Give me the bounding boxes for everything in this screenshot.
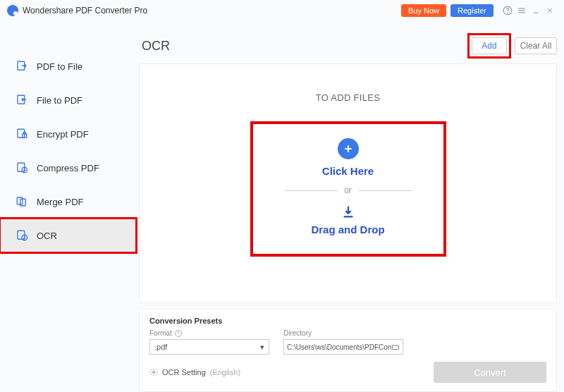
help-hint-icon[interactable]: ? bbox=[175, 330, 182, 337]
sidebar-item-compress-pdf[interactable]: Compress PDF bbox=[0, 151, 136, 185]
drop-area[interactable]: TO ADD FILES Click Here or Drag and Drop bbox=[139, 63, 557, 303]
format-value: .pdf bbox=[154, 343, 167, 351]
folder-icon[interactable] bbox=[391, 343, 400, 351]
directory-value: C:\Users\ws\Documents\PDFConvert bbox=[287, 343, 391, 351]
sidebar: PDF to File File to PDF Encrypt PDF Comp… bbox=[0, 21, 136, 392]
page-title: OCR bbox=[139, 39, 470, 54]
minimize-icon[interactable] bbox=[529, 4, 543, 18]
help-icon[interactable] bbox=[501, 4, 515, 18]
sidebar-item-label: Compress PDF bbox=[37, 163, 99, 173]
pdf-to-file-icon bbox=[16, 60, 28, 73]
presets-title: Conversion Presets bbox=[149, 317, 546, 325]
ocr-icon: A bbox=[16, 229, 28, 242]
sidebar-item-encrypt-pdf[interactable]: Encrypt PDF bbox=[0, 117, 136, 151]
sidebar-item-label: Encrypt PDF bbox=[37, 129, 89, 140]
chevron-down-icon: ▾ bbox=[260, 343, 264, 352]
svg-point-1 bbox=[508, 13, 508, 13]
or-divider: or bbox=[285, 185, 412, 195]
add-button-highlight: Add bbox=[470, 35, 509, 56]
svg-point-21 bbox=[153, 372, 155, 374]
content-area: OCR Add Clear All TO ADD FILES Click Her… bbox=[136, 21, 564, 392]
svg-rect-14 bbox=[17, 197, 23, 204]
register-button[interactable]: Register bbox=[450, 4, 494, 17]
menu-icon[interactable] bbox=[515, 4, 529, 18]
format-select[interactable]: .pdf ▾ bbox=[149, 339, 269, 355]
compress-pdf-icon bbox=[16, 161, 28, 174]
download-icon bbox=[341, 204, 356, 219]
titlebar: Wondershare PDF Converter Pro Buy Now Re… bbox=[0, 0, 564, 21]
ocr-language: (English) bbox=[210, 368, 240, 376]
sidebar-item-merge-pdf[interactable]: Merge PDF bbox=[0, 185, 136, 219]
svg-rect-15 bbox=[20, 199, 26, 206]
merge-pdf-icon bbox=[16, 195, 28, 208]
sidebar-item-label: PDF to File bbox=[37, 61, 82, 72]
app-title: Wondershare PDF Converter Pro bbox=[23, 6, 147, 16]
convert-button[interactable]: Convert bbox=[434, 362, 546, 383]
or-label: or bbox=[344, 185, 352, 195]
sidebar-item-ocr[interactable]: A OCR bbox=[0, 219, 136, 252]
drag-drop-text: Drag and Drop bbox=[311, 223, 384, 235]
sidebar-item-label: OCR bbox=[37, 231, 57, 241]
app-logo-icon bbox=[7, 5, 18, 16]
sidebar-item-file-to-pdf[interactable]: File to PDF bbox=[0, 83, 136, 117]
sidebar-item-label: Merge PDF bbox=[37, 197, 83, 207]
format-label: Format? bbox=[149, 329, 269, 337]
ocr-setting-link[interactable]: OCR Setting bbox=[162, 368, 206, 376]
gear-icon[interactable] bbox=[149, 368, 158, 376]
add-button[interactable]: Add bbox=[472, 37, 507, 54]
sidebar-item-pdf-to-file[interactable]: PDF to File bbox=[0, 49, 136, 83]
svg-text:A: A bbox=[23, 235, 26, 240]
drop-heading: TO ADD FILES bbox=[316, 92, 381, 103]
close-icon[interactable] bbox=[543, 4, 557, 18]
sidebar-item-label: File to PDF bbox=[37, 95, 82, 106]
click-here-text[interactable]: Click Here bbox=[322, 165, 374, 177]
directory-label: Directory bbox=[283, 329, 403, 337]
drop-box-highlight[interactable]: Click Here or Drag and Drop bbox=[253, 124, 443, 254]
presets-panel: Conversion Presets Format? .pdf ▾ Direct… bbox=[139, 309, 557, 392]
buy-now-button[interactable]: Buy Now bbox=[401, 4, 446, 17]
clear-all-button[interactable]: Clear All bbox=[515, 37, 557, 54]
directory-field[interactable]: C:\Users\ws\Documents\PDFConvert bbox=[283, 339, 403, 355]
file-to-pdf-icon bbox=[16, 94, 28, 106]
encrypt-pdf-icon bbox=[16, 128, 28, 140]
add-plus-icon[interactable] bbox=[338, 138, 359, 159]
